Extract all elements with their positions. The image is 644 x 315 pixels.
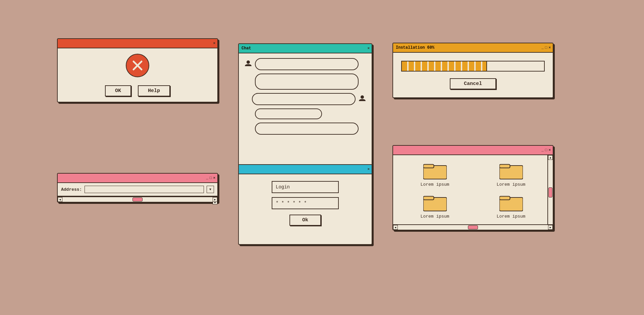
svg-rect-5 xyxy=(423,165,434,168)
install-title: Installation 60% xyxy=(396,45,434,50)
login-content: Ok xyxy=(239,174,372,244)
folder-icon-1[interactable] xyxy=(423,161,447,180)
close-button[interactable]: × xyxy=(213,176,215,180)
minimize-button[interactable]: _ xyxy=(206,176,208,180)
folder-icon-3[interactable] xyxy=(423,192,447,212)
chat-message-2 xyxy=(244,74,366,90)
folder-icon-2[interactable] xyxy=(499,161,523,180)
svg-rect-9 xyxy=(423,196,434,200)
login-field[interactable] xyxy=(272,181,339,193)
chat-bubble-5 xyxy=(255,123,359,135)
error-dialog-window: × OK Help xyxy=(57,38,218,102)
button-row: OK Help xyxy=(105,85,170,96)
scroll-thumb-h[interactable] xyxy=(132,197,143,201)
installation-window: Installation 60% _ □ × Cancel xyxy=(392,43,553,98)
file-item-4: Lorem ipsum xyxy=(475,192,547,219)
scroll-left[interactable]: ◄ xyxy=(58,197,62,202)
avatar-left-1 xyxy=(244,59,252,68)
address-bar-row: Address: ▼ xyxy=(58,183,217,196)
file-label-3: Lorem ipsum xyxy=(421,214,449,219)
files-window: _ □ × Lorem ipsum xyxy=(392,145,553,230)
maximize-button[interactable]: □ xyxy=(545,46,547,50)
login-titlebar: × xyxy=(239,165,372,174)
maximize-button[interactable]: □ xyxy=(545,148,547,152)
chat-message-1 xyxy=(244,58,366,70)
address-dropdown[interactable]: ▼ xyxy=(207,186,214,193)
progress-fill xyxy=(402,61,487,71)
chat-bubble-4 xyxy=(255,108,322,119)
install-titlebar: Installation 60% _ □ × xyxy=(393,43,553,53)
chat-message-4 xyxy=(244,108,366,119)
close-button[interactable]: × xyxy=(367,167,370,171)
close-button[interactable]: × xyxy=(548,46,551,50)
file-label-2: Lorem ipsum xyxy=(497,182,526,187)
titlebar-controls: × xyxy=(213,41,215,45)
files-scroll-left[interactable]: ◄ xyxy=(393,225,398,230)
files-scroll-thumb-v[interactable] xyxy=(548,187,552,197)
chat-bubble-2 xyxy=(255,74,359,90)
chat-bubble-1 xyxy=(255,58,359,70)
install-content: Cancel xyxy=(393,53,553,97)
minimize-button[interactable]: _ xyxy=(541,46,544,50)
svg-point-2 xyxy=(247,60,250,64)
file-label-4: Lorem ipsum xyxy=(497,214,526,219)
ok-button[interactable]: OK xyxy=(105,85,131,96)
error-titlebar: × xyxy=(58,39,217,48)
login-controls: × xyxy=(367,167,370,171)
files-scroll-right[interactable]: ► xyxy=(548,225,553,230)
chat-bubble-3 xyxy=(252,93,356,105)
address-controls: _ □ × xyxy=(206,176,215,180)
close-button[interactable]: × xyxy=(213,41,215,45)
files-controls: _ □ × xyxy=(541,148,551,152)
error-content: OK Help xyxy=(58,48,217,102)
file-label-1: Lorem ipsum xyxy=(421,182,449,187)
file-item-2: Lorem ipsum xyxy=(475,161,547,187)
svg-rect-11 xyxy=(499,196,510,200)
svg-point-3 xyxy=(361,95,364,99)
help-button[interactable]: Help xyxy=(138,85,170,96)
chat-message-3 xyxy=(244,93,366,105)
progress-bar-container xyxy=(401,61,545,72)
chat-titlebar: Chat × xyxy=(239,44,372,53)
main-canvas: × OK Help Chat × xyxy=(57,20,587,295)
chat-title: Chat xyxy=(241,46,251,51)
install-controls: _ □ × xyxy=(541,46,551,50)
files-grid: Lorem ipsum Lorem ipsum xyxy=(393,155,553,224)
login-ok-button[interactable]: Ok xyxy=(289,215,321,226)
files-vertical-scrollbar: ▲ ▼ xyxy=(547,155,553,230)
svg-rect-7 xyxy=(499,165,510,168)
horizontal-scrollbar: ◄ ► xyxy=(58,196,217,202)
files-scroll-up[interactable]: ▲ xyxy=(548,155,553,160)
maximize-button[interactable]: □ xyxy=(210,176,212,180)
login-window: × Ok xyxy=(238,164,372,245)
file-item-1: Lorem ipsum xyxy=(398,161,471,187)
close-button[interactable]: × xyxy=(548,148,551,152)
address-label: Address: xyxy=(61,187,82,192)
minimize-button[interactable]: _ xyxy=(541,148,544,152)
chat-titlebar-controls: × xyxy=(367,46,370,50)
chat-message-5 xyxy=(244,123,366,135)
password-field[interactable] xyxy=(272,197,339,209)
folder-icon-4[interactable] xyxy=(499,192,523,212)
error-icon xyxy=(126,54,149,77)
avatar-right-1 xyxy=(358,94,366,102)
file-item-3: Lorem ipsum xyxy=(398,192,471,219)
files-scroll-thumb-h[interactable] xyxy=(468,225,478,229)
address-window: _ □ × Address: ▼ ▲ ▼ ◄ ► xyxy=(57,173,218,203)
files-titlebar: _ □ × xyxy=(393,146,553,155)
chat-close-button[interactable]: × xyxy=(367,46,370,50)
address-input[interactable] xyxy=(85,186,204,193)
cancel-button[interactable]: Cancel xyxy=(450,78,496,89)
address-titlebar: _ □ × xyxy=(58,174,217,183)
scroll-right[interactable]: ► xyxy=(213,197,217,202)
files-horizontal-scrollbar: ◄ ► xyxy=(393,224,553,230)
